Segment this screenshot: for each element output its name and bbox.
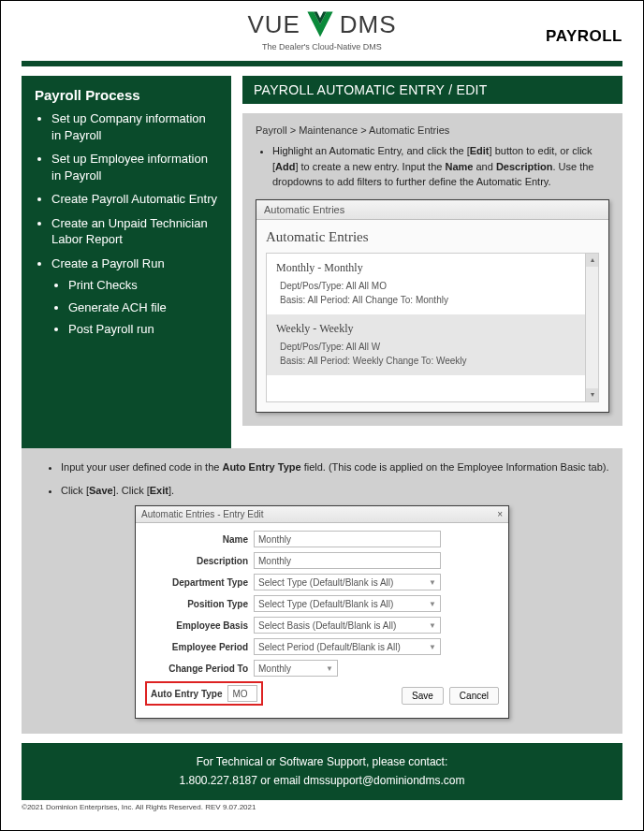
entry-detail: Basis: All Period: All Change To: Monthl… bbox=[276, 295, 589, 305]
entry-title: Weekly - Weekly bbox=[276, 322, 589, 336]
chevron-down-icon: ▼ bbox=[429, 643, 436, 651]
sidebar-subitem: Post Payroll run bbox=[68, 321, 218, 338]
logo-v-icon bbox=[304, 8, 336, 40]
change-period-label: Change Period To bbox=[145, 663, 248, 674]
chevron-down-icon: ▼ bbox=[429, 621, 436, 630]
department-type-select[interactable]: Select Type (Default/Blank is All)▼ bbox=[254, 574, 441, 590]
window-heading: Automatic Entries bbox=[266, 229, 599, 245]
support-footer: For Technical or Software Support, pleas… bbox=[22, 743, 622, 800]
instruction-text: Highlight an Automatic Entry, and click … bbox=[272, 143, 609, 190]
department-type-label: Department Type bbox=[145, 577, 248, 588]
footer-line: For Technical or Software Support, pleas… bbox=[29, 752, 615, 771]
logo-tagline: The Dealer's Cloud-Native DMS bbox=[247, 42, 396, 51]
entry-list[interactable]: Monthly - Monthly Dept/Pos/Type: All All… bbox=[266, 253, 599, 402]
change-period-select[interactable]: Monthly▼ bbox=[254, 660, 338, 677]
scroll-up-icon[interactable]: ▴ bbox=[586, 254, 598, 267]
entry-detail: Dept/Pos/Type: All All MO bbox=[276, 281, 589, 291]
automatic-entries-window: Automatic Entries Automatic Entries Mont… bbox=[256, 199, 609, 413]
sidebar-item: Create an Unpaid Technician Labor Report bbox=[51, 215, 218, 248]
instruction-text: Input your user defined code in the Auto… bbox=[61, 459, 609, 475]
list-item[interactable]: Weekly - Weekly Dept/Pos/Type: All All W… bbox=[267, 314, 598, 375]
employee-basis-label: Employee Basis bbox=[145, 620, 248, 631]
scrollbar[interactable]: ▴ ▾ bbox=[585, 254, 598, 401]
auto-entry-type-label: Auto Entry Type bbox=[151, 689, 222, 699]
logo-text-dms: DMS bbox=[340, 10, 397, 39]
sidebar-item: Create a Payroll Run Print Checks Genera… bbox=[51, 255, 218, 338]
name-input[interactable] bbox=[254, 531, 441, 547]
description-label: Description bbox=[145, 556, 248, 566]
sidebar-item-label: Create a Payroll Run bbox=[51, 256, 165, 270]
logo-block: VUE DMS The Dealer's Cloud-Native DMS bbox=[247, 8, 396, 51]
chevron-down-icon: ▼ bbox=[429, 600, 436, 608]
employee-period-label: Employee Period bbox=[145, 642, 248, 652]
sidebar-item: Set up Employee information in Payroll bbox=[51, 151, 218, 183]
header: VUE DMS The Dealer's Cloud-Native DMS PA… bbox=[1, 1, 643, 55]
employee-period-select[interactable]: Select Period (Default/Blank is All)▼ bbox=[254, 638, 441, 655]
logo-text-vue: VUE bbox=[247, 10, 300, 39]
list-item[interactable]: Monthly - Monthly Dept/Pos/Type: All All… bbox=[267, 254, 598, 314]
save-button[interactable]: Save bbox=[402, 687, 444, 705]
copyright: ©2021 Dominion Enterprises, Inc. All Rig… bbox=[1, 800, 643, 814]
sidebar-item: Create Payroll Automatic Entry bbox=[51, 191, 218, 208]
window-titlebar: Automatic Entries bbox=[256, 200, 608, 220]
cancel-button[interactable]: Cancel bbox=[449, 687, 499, 705]
page-title: PAYROLL bbox=[546, 27, 622, 46]
instruction-text: Click [Save]. Click [Exit]. bbox=[61, 483, 609, 499]
position-type-label: Position Type bbox=[145, 599, 248, 609]
entry-detail: Basis: All Period: Weekly Change To: Wee… bbox=[276, 356, 589, 366]
close-icon[interactable]: × bbox=[497, 509, 503, 519]
entry-edit-window: Automatic Entries - Entry Edit × Name De… bbox=[135, 505, 509, 719]
sidebar-heading: Payroll Process bbox=[35, 87, 218, 103]
breadcrumb: Payroll > Maintenance > Automatic Entrie… bbox=[256, 124, 609, 136]
entry-title: Monthly - Monthly bbox=[276, 261, 589, 275]
chevron-down-icon: ▼ bbox=[429, 578, 436, 587]
section-title-bar: PAYROLL AUTOMATIC ENTRY / EDIT bbox=[242, 76, 622, 104]
scroll-down-icon[interactable]: ▾ bbox=[586, 388, 598, 401]
entry-detail: Dept/Pos/Type: All All W bbox=[276, 342, 589, 352]
lower-panel: Input your user defined code in the Auto… bbox=[22, 448, 622, 734]
name-label: Name bbox=[145, 534, 248, 545]
position-type-select[interactable]: Select Type (Default/Blank is All)▼ bbox=[254, 595, 441, 612]
instruction-panel: Payroll > Maintenance > Automatic Entrie… bbox=[242, 113, 622, 426]
sidebar-item: Set up Company information in Payroll bbox=[51, 110, 218, 143]
sidebar-subitem: Print Checks bbox=[68, 277, 218, 294]
employee-basis-select[interactable]: Select Basis (Default/Blank is All)▼ bbox=[254, 617, 441, 634]
description-input[interactable] bbox=[254, 552, 441, 569]
sidebar: Payroll Process Set up Company informati… bbox=[22, 76, 231, 448]
footer-line: 1.800.227.8187 or email dmssupport@domin… bbox=[29, 771, 615, 790]
auto-entry-type-highlight: Auto Entry Type bbox=[145, 681, 263, 706]
auto-entry-type-input[interactable] bbox=[227, 685, 257, 702]
window-titlebar: Automatic Entries - Entry Edit × bbox=[136, 506, 508, 523]
sidebar-subitem: Generate ACH file bbox=[68, 299, 218, 316]
chevron-down-icon: ▼ bbox=[326, 664, 333, 673]
